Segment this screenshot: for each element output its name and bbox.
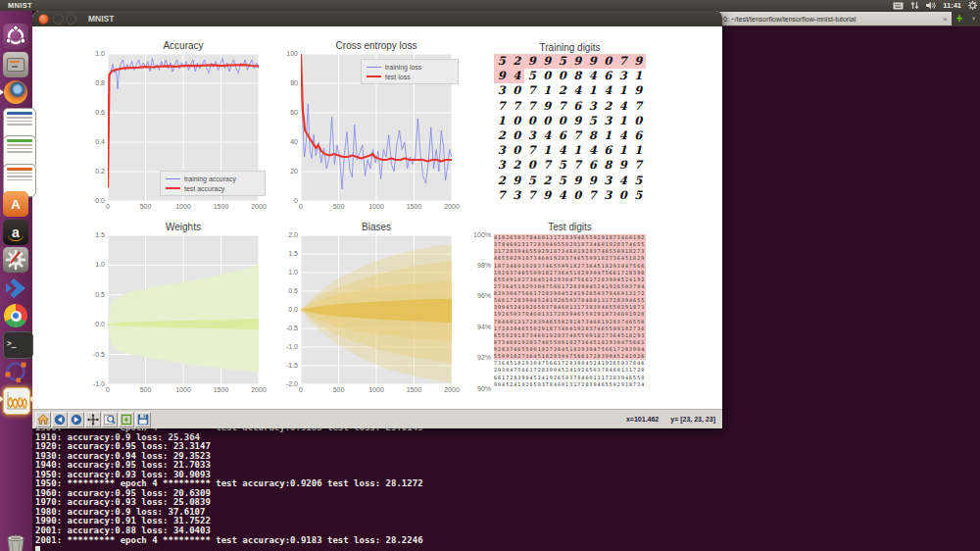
impress-header-icon	[7, 168, 32, 171]
launcher-files-icon[interactable]	[3, 52, 28, 77]
y-tick-label: 0.2	[81, 168, 105, 175]
launcher-trash-icon[interactable]	[3, 531, 28, 551]
digit-cell: 9	[540, 99, 556, 114]
new-tab-button[interactable]: +	[952, 11, 967, 26]
y-tick-label: 100	[274, 50, 298, 57]
launcher-vscode-icon[interactable]	[3, 276, 28, 301]
pan-button[interactable]	[85, 412, 101, 427]
window-titlebar[interactable]: MNIST	[32, 11, 722, 27]
launcher-ubuntu-sdk-icon[interactable]	[3, 359, 28, 384]
x-tick-label: 1500	[400, 386, 429, 393]
digit-cell: 7	[524, 143, 540, 158]
cursor-readout: x=101.462 y= [23, 23, 23]	[626, 416, 722, 423]
zoom-rect-button[interactable]	[102, 412, 118, 427]
pan-icon	[87, 414, 99, 426]
launcher-system-settings-icon[interactable]	[3, 247, 28, 273]
digit-cell: 4	[510, 69, 525, 83]
session-gear-icon[interactable]	[968, 1, 977, 10]
launcher-matplotlib-icon[interactable]	[3, 387, 30, 415]
digit-cell: 3	[615, 69, 631, 83]
digit-cell: 1	[585, 83, 601, 98]
digit-cell: 0	[540, 69, 556, 83]
back-button[interactable]	[52, 412, 68, 427]
digit-cell: 2	[494, 174, 510, 188]
digit-cell: 0	[601, 54, 616, 69]
digit-cell: 4	[585, 69, 601, 83]
digit-cell: 0	[570, 188, 586, 203]
digit-row: 56617283904524192650378460131728394655	[494, 297, 646, 304]
y-tick-label: 0.0	[274, 306, 298, 313]
biases-plot	[301, 235, 452, 384]
digit-row: 29304756617283904524192650378460131728	[494, 367, 646, 374]
percent-tick-label: 96%	[466, 292, 491, 299]
y-tick-label: 60	[274, 109, 298, 116]
launcher-firefox-icon[interactable]	[3, 79, 28, 105]
active-app-name[interactable]: MNIST	[8, 1, 32, 10]
launcher-chrome-icon[interactable]	[3, 303, 28, 328]
figure-canvas[interactable]: 05001000150020000.00.20.40.60.81.0Accura…	[32, 26, 722, 409]
plot-title: Biases	[301, 222, 452, 232]
digit-cell: 0	[510, 128, 525, 143]
keyboard-indicator-icon[interactable]	[893, 2, 904, 10]
legend-line-swatch	[166, 187, 180, 189]
terminal-tab[interactable]: 0: ~/test/tensorflow/tensorflow-mnist-tu…	[719, 12, 952, 25]
launcher-ubuntu-software-icon[interactable]: A	[3, 191, 28, 217]
y-tick-label: 1.0	[274, 269, 298, 276]
digit-row: 90452419265037846013172839465502918734	[494, 381, 646, 388]
digit-cell: 0	[524, 158, 540, 173]
digit-cell: 7	[631, 158, 647, 173]
x-tick-label: 500	[131, 386, 161, 393]
launcher-ubuntu-dash-icon[interactable]	[3, 24, 28, 49]
tab-list-chevron-icon[interactable]: ▾	[967, 11, 980, 26]
volume-indicator-icon[interactable]	[926, 1, 936, 10]
digit-cell: 2	[510, 54, 525, 69]
digit-cell: 0	[615, 188, 631, 203]
network-sync-icon[interactable]	[910, 1, 919, 10]
digit-cell: 0	[510, 143, 525, 158]
terminal-output: 1900: ********* epoch 4 ********* test a…	[35, 424, 423, 551]
window-close-button[interactable]	[38, 14, 49, 25]
home-button[interactable]	[35, 412, 51, 427]
digit-cell: 6	[570, 99, 586, 114]
digit-cell: 4	[555, 143, 570, 158]
digit-row: 87346019283746550918273645182930475661	[494, 339, 646, 346]
plot-title: Test digits	[494, 222, 646, 232]
amazon-swoosh-icon	[8, 234, 24, 241]
software-bag-icon: A	[11, 197, 20, 212]
digit-cell: 6	[601, 69, 616, 83]
digit-row: 46550291873460192837465509182736451829	[494, 255, 646, 262]
digit-cell: 9	[570, 114, 586, 128]
percent-tick-label: 92%	[466, 354, 491, 361]
launcher-terminal-icon[interactable]: >_	[3, 331, 33, 359]
digit-cell: 3	[494, 158, 510, 173]
launcher-amazon-icon[interactable]: a	[3, 220, 28, 245]
y-tick-label: 80	[274, 79, 298, 86]
x-tick-label: 1500	[400, 203, 429, 210]
digit-cell: 8	[585, 128, 601, 143]
digit-row: 39045241926503784601317283946550291873	[494, 304, 646, 311]
percent-tick-label: 98%	[466, 262, 491, 269]
terminal-cursor	[35, 546, 40, 551]
forward-button[interactable]	[69, 412, 84, 427]
digit-cell: 6	[631, 128, 647, 143]
x-tick-label: 500	[324, 386, 354, 393]
y-tick-label: 0.4	[81, 138, 105, 145]
legend-line-swatch	[367, 75, 381, 77]
legend-label: test accuracy	[184, 185, 224, 192]
digit-row: 37846013172839465502918734601928374655	[494, 241, 646, 248]
vscode-icon	[3, 276, 28, 301]
y-tick-label: 1.5	[81, 231, 105, 238]
legend-line-swatch	[166, 178, 180, 179]
terminal-prompt-line[interactable]	[35, 545, 423, 551]
digit-cell: 5	[524, 69, 540, 83]
clock-indicator[interactable]: 11:41	[943, 1, 961, 10]
window-maximize-button[interactable]	[66, 14, 76, 25]
save-button[interactable]	[135, 412, 151, 427]
digit-cell: 9	[585, 174, 601, 188]
window-minimize-button[interactable]	[53, 14, 64, 25]
digit-cell: 4	[615, 128, 631, 143]
subplots-button[interactable]	[119, 412, 134, 427]
y-tick-label: -1.0	[81, 380, 105, 387]
window-title: MNIST	[88, 14, 114, 24]
tab-close-icon[interactable]: ×	[939, 15, 948, 24]
